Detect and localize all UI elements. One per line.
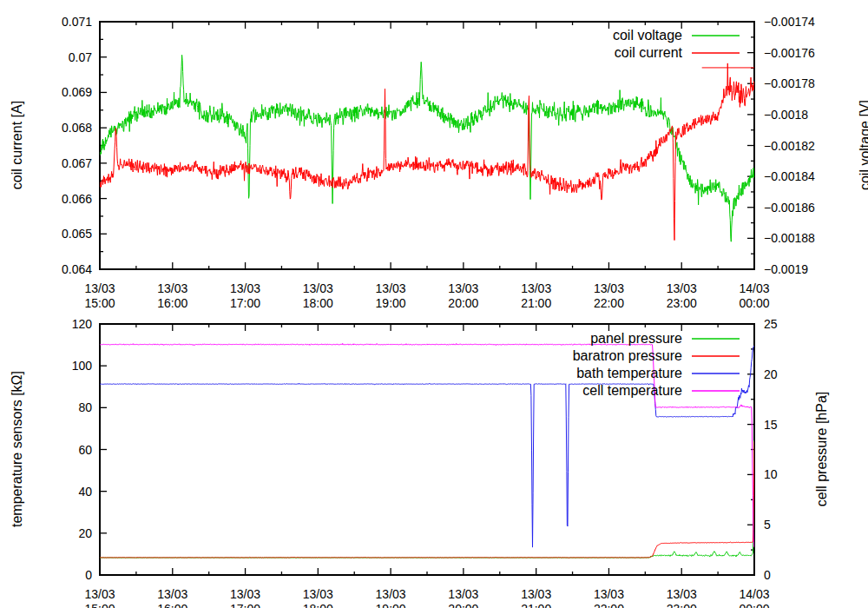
y2-tick-label: 5 (764, 518, 771, 532)
y2-tick-label: 25 (764, 317, 778, 331)
series-baratron-pressure (100, 441, 754, 558)
left-axis-title-temperature-sensors: temperature sensors [kΩ] (10, 371, 25, 527)
x-tick-label: 13/03 (303, 281, 333, 295)
x-tick-label: 15:00 (84, 296, 115, 310)
x-tick-labels: 13/0315:0013/0316:0013/0317:0013/0318:00… (84, 587, 769, 608)
y2-tick-label: −0.00188 (764, 231, 815, 245)
x-tick-label: 13/03 (157, 281, 187, 295)
right-axis-title-cell-pressure: cell pressure [hPa] (814, 392, 830, 507)
y1-tick-label: 0.066 (62, 192, 92, 206)
y1-tick-label: 80 (78, 400, 92, 414)
coil-chart: 13/0315:0013/0316:0013/0317:0013/0318:00… (62, 15, 815, 310)
y1-tick-label: 0.065 (62, 227, 92, 241)
y2-tick-label: −0.0019 (764, 262, 808, 276)
x-tick-label: 13/03 (376, 587, 406, 601)
legend-label: cell temperature (582, 383, 682, 398)
y2-tick-label: 10 (764, 467, 778, 481)
series-group (100, 55, 754, 241)
x-tick-label: 13/03 (230, 587, 260, 601)
legend-label: coil current (615, 45, 683, 60)
y1-tick-label: 120 (72, 317, 93, 331)
x-tick-label: 16:00 (157, 602, 187, 608)
y1-tick-label: 0.064 (62, 262, 92, 276)
series-panel-pressure (100, 440, 754, 558)
x-tick-label: 13/03 (594, 281, 624, 295)
y2-tick-label: −0.00174 (764, 15, 815, 29)
page: { "page": {"width": 1000, "height": 700,… (0, 0, 868, 608)
y1-tick-label: 40 (78, 485, 92, 499)
y2-tick-label: −0.0018 (764, 108, 808, 122)
x-tick-label: 13/03 (448, 281, 478, 295)
y1-tick-label: 60 (78, 443, 92, 457)
x-tick-label: 20:00 (448, 296, 478, 310)
x-tick-label: 21:00 (521, 296, 551, 310)
x-tick-label: 16:00 (157, 296, 187, 310)
x-tick-label: 13/03 (157, 587, 187, 601)
x-tick-label: 13/03 (667, 587, 697, 601)
series-coil-current (100, 63, 754, 241)
y1-tick-label: 20 (78, 526, 92, 540)
y2-tick-label: −0.00182 (764, 139, 815, 153)
right-axis-title-coil-voltage: coil voltage [V] (858, 100, 868, 190)
x-tick-label: 23:00 (667, 602, 697, 608)
y2-tick-label: 0 (764, 568, 771, 582)
x-tick-label: 18:00 (303, 602, 333, 608)
x-tick-label: 20:00 (448, 602, 478, 608)
y2-tick-label: −0.00184 (764, 169, 815, 183)
sensor-chart: 13/0315:0013/0316:0013/0317:0013/0318:00… (72, 317, 778, 608)
x-tick-label: 19:00 (376, 296, 406, 310)
legend: coil voltagecoil current (613, 28, 740, 60)
y1-tick-label: 0.067 (62, 156, 92, 170)
y2-tick-label: −0.00176 (764, 46, 815, 60)
x-tick-label: 13/03 (84, 587, 115, 601)
x-tick-label: 13/03 (376, 281, 406, 295)
x-tick-label: 22:00 (594, 602, 624, 608)
legend-label: bath temperature (576, 366, 682, 380)
x-tick-label: 15:00 (84, 602, 115, 608)
x-tick-label: 14/03 (739, 281, 769, 295)
left-axis-title-coil-current: coil current [A] (10, 101, 25, 189)
y1-tick-label: 0 (85, 568, 92, 582)
x-tick-labels: 13/0315:0013/0316:0013/0317:0013/0318:00… (84, 281, 769, 310)
x-tick-label: 13/03 (667, 281, 697, 295)
x-tick-label: 13/03 (594, 587, 624, 601)
y2-tick-label: 20 (764, 367, 778, 381)
x-tick-label: 13/03 (448, 587, 478, 601)
x-tick-label: 17:00 (230, 296, 260, 310)
x-tick-label: 14/03 (739, 587, 769, 601)
y1-tick-label: 100 (72, 359, 93, 373)
charts-svg: 13/0315:0013/0316:0013/0317:0013/0318:00… (0, 0, 868, 608)
x-tick-label: 13/03 (303, 587, 333, 601)
x-tick-label: 00:00 (739, 296, 769, 310)
y1-tick-label: 0.071 (62, 15, 92, 29)
x-tick-label: 19:00 (376, 602, 406, 608)
y1-tick-label: 0.068 (62, 121, 92, 135)
legend: panel pressurebaratron pressurebath temp… (573, 331, 740, 398)
y1-tick-label: 0.07 (69, 50, 92, 64)
x-tick-label: 23:00 (667, 296, 697, 310)
legend-label: panel pressure (590, 331, 682, 346)
y2-tick-label: −0.00186 (764, 201, 815, 215)
x-tick-label: 18:00 (303, 296, 333, 310)
x-tick-label: 13/03 (230, 281, 260, 295)
x-tick-label: 13/03 (521, 281, 551, 295)
x-tick-label: 22:00 (594, 296, 624, 310)
x-tick-label: 21:00 (521, 602, 551, 608)
y2-tick-label: 15 (764, 418, 778, 432)
legend-label: baratron pressure (573, 348, 682, 363)
legend-label: coil voltage (613, 28, 682, 43)
x-tick-label: 13/03 (521, 587, 551, 601)
y2-tick-label: −0.00178 (764, 76, 815, 90)
x-tick-label: 00:00 (739, 602, 769, 608)
x-tick-label: 17:00 (230, 602, 260, 608)
x-tick-label: 13/03 (84, 281, 115, 295)
y1-tick-label: 0.069 (62, 85, 92, 99)
